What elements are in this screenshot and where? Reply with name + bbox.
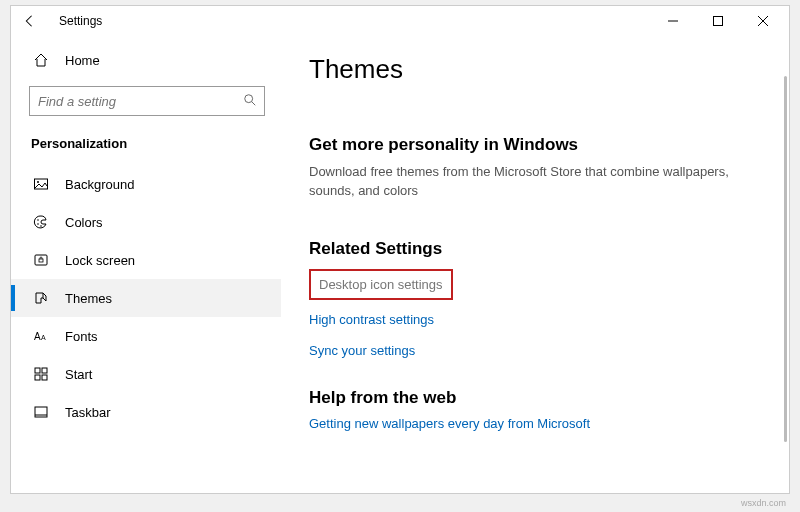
minimize-button[interactable]	[650, 7, 695, 35]
watermark: wsxdn.com	[741, 498, 786, 508]
help-heading: Help from the web	[309, 388, 749, 408]
svg-rect-11	[35, 255, 47, 265]
svg-rect-18	[42, 375, 47, 380]
sidebar: Home Personalization Background Colors L	[11, 36, 281, 493]
sidebar-item-colors[interactable]: Colors	[11, 203, 281, 241]
sidebar-nav: Background Colors Lock screen Themes AA …	[11, 165, 281, 431]
link-wallpapers-help[interactable]: Getting new wallpapers every day from Mi…	[309, 416, 749, 431]
sidebar-item-label: Fonts	[65, 329, 98, 344]
related-heading: Related Settings	[309, 239, 749, 259]
close-button[interactable]	[740, 7, 785, 35]
sidebar-item-label: Start	[65, 367, 92, 382]
svg-rect-16	[42, 368, 47, 373]
link-high-contrast-settings[interactable]: High contrast settings	[309, 312, 749, 327]
window-controls	[650, 7, 785, 35]
start-icon	[31, 366, 51, 382]
svg-point-8	[37, 219, 39, 221]
personality-heading: Get more personality in Windows	[309, 135, 749, 155]
sidebar-item-taskbar[interactable]: Taskbar	[11, 393, 281, 431]
sidebar-item-background[interactable]: Background	[11, 165, 281, 203]
personality-description: Download free themes from the Microsoft …	[309, 163, 749, 201]
svg-text:A: A	[41, 334, 46, 341]
svg-rect-1	[713, 17, 722, 26]
lock-icon	[31, 252, 51, 268]
home-icon	[31, 52, 51, 68]
sidebar-item-label: Taskbar	[65, 405, 111, 420]
sidebar-home[interactable]: Home	[11, 42, 281, 78]
link-sync-settings[interactable]: Sync your settings	[309, 343, 749, 358]
settings-window: Settings Home Personalization Background	[10, 5, 790, 494]
svg-point-10	[40, 225, 42, 227]
sidebar-item-label: Lock screen	[65, 253, 135, 268]
sidebar-item-label: Background	[65, 177, 134, 192]
maximize-icon	[713, 16, 723, 26]
scrollbar[interactable]	[783, 76, 787, 483]
sidebar-item-label: Colors	[65, 215, 103, 230]
arrow-left-icon	[22, 14, 36, 28]
scrollbar-thumb[interactable]	[784, 76, 787, 442]
themes-icon	[31, 290, 51, 306]
svg-rect-15	[35, 368, 40, 373]
back-button[interactable]	[15, 7, 43, 35]
palette-icon	[31, 214, 51, 230]
svg-point-7	[37, 181, 39, 183]
sidebar-item-start[interactable]: Start	[11, 355, 281, 393]
content-area: Themes Get more personality in Windows D…	[281, 36, 789, 493]
search-wrap	[29, 86, 265, 116]
window-title: Settings	[59, 14, 102, 28]
search-input[interactable]	[29, 86, 265, 116]
link-desktop-icon-settings[interactable]: Desktop icon settings	[309, 269, 453, 300]
sidebar-item-themes[interactable]: Themes	[11, 279, 281, 317]
sidebar-home-label: Home	[65, 53, 100, 68]
picture-icon	[31, 176, 51, 192]
sidebar-section-label: Personalization	[11, 128, 281, 165]
page-title: Themes	[309, 54, 749, 85]
related-settings-block: Related Settings Desktop icon settings H…	[309, 239, 749, 358]
fonts-icon: AA	[31, 328, 51, 344]
svg-text:A: A	[34, 331, 41, 342]
close-icon	[758, 16, 768, 26]
svg-rect-12	[39, 259, 43, 262]
taskbar-icon	[31, 404, 51, 420]
window-body: Home Personalization Background Colors L	[11, 36, 789, 493]
sidebar-item-label: Themes	[65, 291, 112, 306]
minimize-icon	[668, 16, 678, 26]
svg-point-9	[37, 223, 39, 225]
svg-rect-17	[35, 375, 40, 380]
sidebar-item-fonts[interactable]: AA Fonts	[11, 317, 281, 355]
sidebar-item-lockscreen[interactable]: Lock screen	[11, 241, 281, 279]
maximize-button[interactable]	[695, 7, 740, 35]
titlebar: Settings	[11, 6, 789, 36]
